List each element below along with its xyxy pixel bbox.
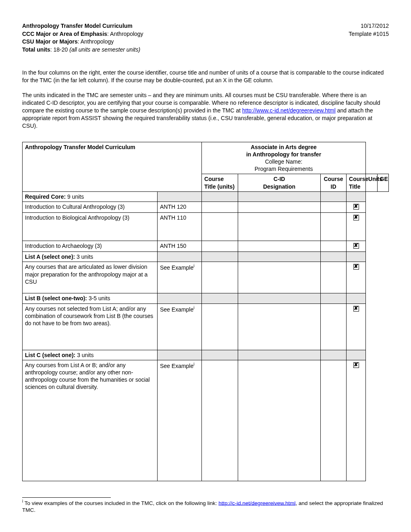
spacer <box>158 350 202 360</box>
college-name-label: College Name: <box>265 158 303 165</box>
course-title-cell[interactable] <box>238 303 321 350</box>
footnote-link[interactable]: http://c-id.net/degreereivew.html <box>218 500 295 506</box>
units-value: : 18-20 <box>50 46 69 53</box>
doc-date: 10/17/2012 <box>349 22 389 30</box>
list-c-units: 3 units <box>75 352 93 358</box>
list-a-cid: See Examplei <box>158 262 202 293</box>
footnote-rule <box>22 497 111 498</box>
units-label: Total units <box>22 46 50 53</box>
spacer <box>347 293 366 303</box>
course-title-cell[interactable] <box>238 241 321 252</box>
spacer <box>158 293 202 303</box>
template-number: Template #1015 <box>349 30 389 38</box>
spacer <box>321 252 347 262</box>
list-b-cid: See Examplei <box>158 303 202 350</box>
course-row-cid: ANTH 120 <box>158 202 202 212</box>
spacer <box>238 293 321 303</box>
footnote: i To view examples of the courses includ… <box>22 499 389 514</box>
list-c-cid: See Examplei <box>158 360 202 481</box>
list-a-units: 3 units <box>75 254 93 260</box>
list-a-bold: List A (select one): <box>25 254 75 260</box>
footnote-text-a: To view examples of the courses included… <box>23 500 218 506</box>
ge-checkbox[interactable] <box>353 215 359 220</box>
program-req-label: Program Requirements <box>255 166 313 172</box>
course-id-cell[interactable] <box>202 202 238 212</box>
course-title-cell[interactable] <box>238 202 321 212</box>
csu-label: CSU Major or Majors <box>22 38 78 45</box>
course-title-cell[interactable] <box>238 262 321 293</box>
course-id-cell[interactable] <box>202 241 238 252</box>
spacer <box>238 350 321 360</box>
list-b-description: Any courses not selected from List A; an… <box>23 303 158 350</box>
spacer <box>202 293 238 303</box>
curriculum-table: Anthropology Transfer Model Curriculum A… <box>22 142 389 481</box>
spacer <box>202 191 238 202</box>
spacer <box>321 191 347 202</box>
units-cell[interactable] <box>321 202 347 212</box>
course-row-title: Introduction to Cultural Anthropology (3… <box>23 202 158 212</box>
list-a-header: List A (select one): 3 units <box>23 252 158 262</box>
list-c-bold: List C (select one): <box>25 352 75 358</box>
spacer <box>158 191 202 202</box>
ge-cell[interactable] <box>347 303 366 350</box>
list-b-header: List B (select one-two): 3-5 units <box>23 293 158 303</box>
course-row-title: Introduction to Biological Anthropology … <box>23 213 158 241</box>
course-row-cid: ANTH 110 <box>158 213 202 241</box>
units-note: (all units are semester units) <box>69 46 140 53</box>
course-id-cell[interactable] <box>202 360 238 481</box>
spacer <box>238 191 321 202</box>
degreereview-link[interactable]: http://www.c-id.net/degreereview.html <box>242 107 336 114</box>
course-title-cell[interactable] <box>238 213 321 241</box>
list-b-bold: List B (select one-two): <box>25 295 87 301</box>
spacer <box>202 252 238 262</box>
spacer <box>347 252 366 262</box>
col-course-id: Course ID <box>321 174 347 191</box>
ccc-label: CCC Major or Area of Emphasis <box>22 31 107 37</box>
list-c-description: Any courses from List A or B; and/or any… <box>23 360 158 481</box>
list-c-header: List C (select one): 3 units <box>23 350 158 360</box>
spacer <box>347 350 366 360</box>
ge-checkbox[interactable] <box>353 243 359 249</box>
aa-degree-line2: in Anthropology for transfer <box>246 151 321 158</box>
core-units: 9 units <box>66 193 84 200</box>
spacer <box>158 252 202 262</box>
ge-cell[interactable] <box>347 213 366 241</box>
course-id-cell[interactable] <box>202 262 238 293</box>
intro-paragraph-2: The units indicated in the TMC are semes… <box>22 91 389 129</box>
units-cell[interactable] <box>321 262 347 293</box>
units-cell[interactable] <box>321 241 347 252</box>
spacer <box>238 252 321 262</box>
spacer <box>202 350 238 360</box>
col-course-title-units: Course Title (units) <box>202 174 238 191</box>
course-title-cell[interactable] <box>238 360 321 481</box>
ge-cell[interactable] <box>347 262 366 293</box>
ge-checkbox[interactable] <box>353 264 359 270</box>
ge-checkbox[interactable] <box>353 204 359 210</box>
ccc-value: : Anthropology <box>107 31 143 37</box>
course-id-cell[interactable] <box>202 303 238 350</box>
col-cid: C-ID Designation <box>238 174 321 191</box>
spacer <box>321 350 347 360</box>
footnote-ref: i <box>193 362 194 366</box>
course-row-cid: ANTH 150 <box>158 241 202 252</box>
ge-checkbox[interactable] <box>353 306 359 312</box>
ge-cell[interactable] <box>347 202 366 212</box>
spacer <box>347 191 366 202</box>
ge-checkbox[interactable] <box>353 362 359 368</box>
col-course-title: Course Title <box>347 174 366 191</box>
see-example-text: See Example <box>160 306 193 312</box>
ge-cell[interactable] <box>347 241 366 252</box>
spacer <box>321 293 347 303</box>
units-cell[interactable] <box>321 360 347 481</box>
ge-cell[interactable] <box>347 360 366 481</box>
required-core-header: Required Core: 9 units <box>23 191 158 202</box>
see-example-text: See Example <box>160 264 193 271</box>
course-id-cell[interactable] <box>202 213 238 241</box>
course-row-title: Introduction to Archaeology (3) <box>23 241 158 252</box>
list-a-description: Any courses that are articulated as lowe… <box>23 262 158 293</box>
units-cell[interactable] <box>321 303 347 350</box>
footnote-ref: i <box>193 305 194 310</box>
units-cell[interactable] <box>321 213 347 241</box>
intro-paragraph-1: In the four columns on the right, enter … <box>22 69 389 84</box>
core-bold: Required Core: <box>25 193 66 200</box>
